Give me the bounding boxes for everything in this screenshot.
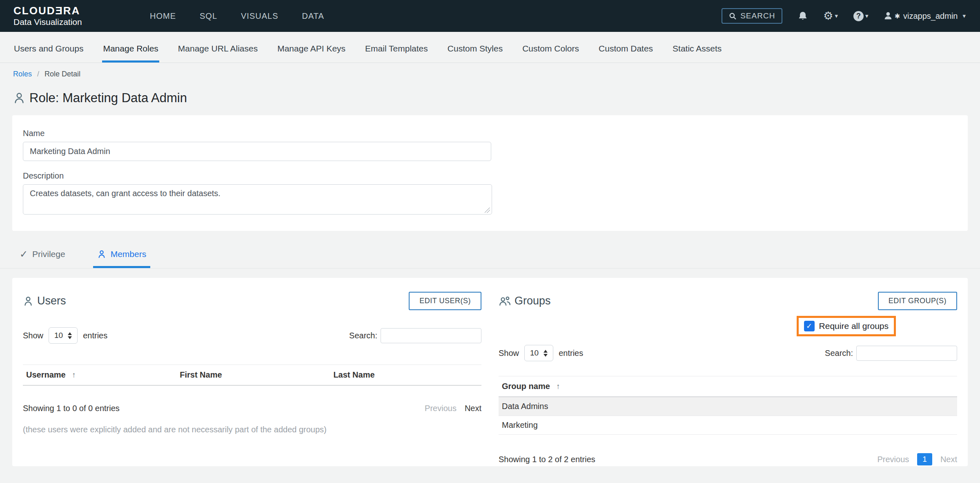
search-button-label: SEARCH (740, 11, 775, 20)
help-icon[interactable]: ? ▾ (853, 11, 869, 21)
groups-section: Groups EDIT GROUP(S) ✓ Require all group… (499, 292, 957, 465)
main-menu: HOME SQL VISUALS DATA (150, 11, 324, 21)
edit-groups-button[interactable]: EDIT GROUP(S) (878, 292, 957, 310)
edit-users-button[interactable]: EDIT USER(S) (409, 292, 481, 310)
table-row[interactable]: Marketing (499, 416, 957, 435)
users-search-input[interactable] (381, 328, 481, 343)
users-col-last-name[interactable]: Last Name (330, 365, 481, 386)
tab-manage-roles[interactable]: Manage Roles (102, 32, 159, 63)
table-row[interactable]: Data Admins (499, 397, 957, 416)
name-label: Name (23, 129, 957, 138)
members-card: Users EDIT USER(S) Show 10 entries Searc… (12, 278, 968, 466)
tab-email-templates[interactable]: Email Templates (364, 32, 429, 63)
groups-page-size-value: 10 (530, 349, 539, 358)
groups-show-label: Show (499, 349, 519, 358)
groups-pagination: Previous 1 Next (877, 453, 957, 465)
groups-search-label: Search: (825, 349, 853, 358)
groups-table: Group name ↑ Data Admins Marketing (499, 376, 957, 435)
settings-gear-icon[interactable]: ⚙ ▾ (823, 11, 838, 22)
role-form-card: Name Description Creates datasets, can g… (12, 115, 968, 231)
brand-name: CLOUDƎRA (13, 5, 136, 17)
tab-custom-dates[interactable]: Custom Dates (598, 32, 654, 63)
users-showing-info: Showing 1 to 0 of 0 entries (23, 404, 120, 413)
sort-asc-icon: ↑ (556, 382, 560, 391)
chevron-down-icon: ▾ (835, 12, 838, 20)
users-previous-button[interactable]: Previous (425, 404, 457, 413)
breadcrumb-separator: / (37, 70, 39, 78)
tab-custom-colors[interactable]: Custom Colors (521, 32, 580, 63)
require-all-groups-highlight: ✓ Require all groups (797, 316, 896, 336)
resize-handle[interactable] (485, 208, 490, 213)
users-page-size-select[interactable]: 10 (49, 327, 78, 344)
gear-glyph: ⚙ (823, 11, 833, 22)
user-menu[interactable]: ✱ vizapps_admin ▾ (884, 11, 966, 21)
users-table: Username ↑ First Name Last Name (23, 364, 481, 386)
group-name-cell: Marketing (499, 416, 957, 435)
top-navbar: CLOUDƎRA Data Visualization HOME SQL VIS… (0, 0, 980, 32)
users-show-label: Show (23, 331, 43, 340)
users-note: (these users were explicitly added and a… (23, 425, 481, 434)
brand-subtitle: Data Visualization (13, 17, 136, 27)
search-icon (729, 12, 737, 20)
navbar-right: SEARCH ⚙ ▾ ? ▾ ✱ vizapps_admin ▾ (722, 8, 966, 24)
tab-privilege[interactable]: ✓ Privilege (16, 244, 69, 268)
require-all-groups-checkbox[interactable]: ✓ (804, 321, 815, 331)
users-entries-label: entries (83, 331, 107, 340)
groups-previous-button[interactable]: Previous (877, 455, 909, 464)
groups-entries-label: entries (559, 349, 583, 358)
chevron-down-icon: ▾ (962, 12, 966, 20)
groups-heading: Groups (514, 295, 551, 307)
users-col-username-label: Username (26, 370, 66, 379)
users-pagination: Previous Next (425, 404, 481, 413)
select-spinner-icon (543, 350, 548, 357)
menu-item-visuals[interactable]: VISUALS (241, 11, 278, 21)
groups-page-size-select[interactable]: 10 (524, 345, 553, 361)
groups-page-1-button[interactable]: 1 (917, 453, 932, 465)
menu-item-sql[interactable]: SQL (200, 11, 217, 21)
tab-manage-api-keys[interactable]: Manage API Keys (276, 32, 346, 63)
tab-users-and-groups[interactable]: Users and Groups (13, 32, 84, 63)
role-description-textarea[interactable]: Creates datasets, can grant access to th… (23, 184, 492, 215)
member-person-icon (97, 250, 106, 259)
breadcrumb-roles-link[interactable]: Roles (13, 70, 32, 78)
tab-custom-styles[interactable]: Custom Styles (447, 32, 503, 63)
groups-col-group-name-label: Group name (502, 382, 550, 391)
checkmark-icon: ✓ (20, 248, 28, 260)
tab-static-assets[interactable]: Static Assets (672, 32, 722, 63)
chevron-down-icon: ▾ (865, 12, 869, 20)
tab-members[interactable]: Members (93, 244, 151, 268)
users-heading: Users (37, 295, 66, 307)
menu-item-home[interactable]: HOME (150, 11, 176, 21)
tab-manage-url-aliases[interactable]: Manage URL Aliases (177, 32, 258, 63)
user-icon (884, 11, 893, 20)
brand-logo[interactable]: CLOUDƎRA Data Visualization (13, 5, 136, 27)
username-label: vizapps_admin (903, 11, 958, 21)
users-next-button[interactable]: Next (465, 404, 481, 413)
page-title: Role: Marketing Data Admin (29, 91, 187, 105)
groups-people-icon (499, 296, 511, 306)
admin-tabbar: Users and Groups Manage Roles Manage URL… (0, 32, 980, 63)
users-section: Users EDIT USER(S) Show 10 entries Searc… (23, 292, 481, 465)
require-all-groups-label: Require all groups (819, 321, 889, 331)
asterisk-icon: ✱ (895, 12, 900, 20)
users-col-first-name[interactable]: First Name (176, 365, 330, 386)
groups-search-input[interactable] (856, 346, 957, 361)
role-person-icon (13, 92, 25, 104)
menu-item-data[interactable]: DATA (302, 11, 324, 21)
page-title-row: Role: Marketing Data Admin (0, 78, 980, 115)
description-label: Description (23, 171, 957, 181)
role-name-input[interactable] (23, 142, 491, 161)
group-name-cell: Data Admins (499, 397, 957, 416)
groups-col-group-name[interactable]: Group name ↑ (499, 376, 957, 397)
users-page-size-value: 10 (54, 331, 63, 340)
users-search-label: Search: (349, 331, 377, 340)
role-detail-tabs: ✓ Privilege Members (0, 244, 980, 268)
tab-members-label: Members (111, 249, 147, 259)
notifications-bell-icon[interactable] (798, 11, 808, 21)
select-spinner-icon (68, 332, 72, 339)
users-col-username[interactable]: Username ↑ (23, 365, 176, 386)
question-glyph: ? (853, 11, 864, 21)
search-button[interactable]: SEARCH (722, 8, 782, 24)
sort-asc-icon: ↑ (72, 371, 76, 379)
groups-next-button[interactable]: Next (940, 455, 957, 464)
